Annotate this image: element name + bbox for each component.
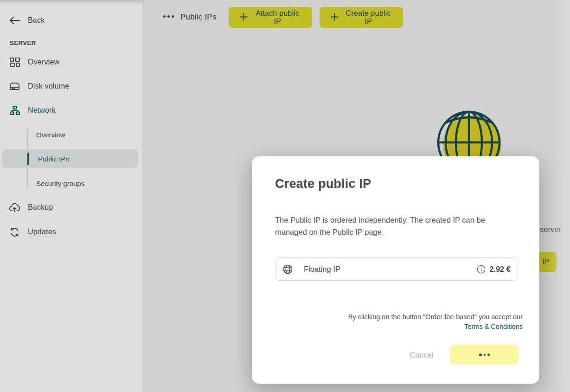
order-button-loading[interactable] <box>450 345 519 365</box>
ip-type-label: Floating IP <box>304 265 340 274</box>
dialog-title: Create public IP <box>275 177 371 191</box>
terms-link[interactable]: Terms & Conditions <box>464 322 523 331</box>
dialog-description: The Public IP is ordered independently. … <box>275 214 517 238</box>
legal-text: By clicking on the button "Order fee-bas… <box>300 312 523 331</box>
legal-sentence: By clicking on the button "Order fee-bas… <box>348 313 523 321</box>
info-icon[interactable] <box>477 265 486 274</box>
loading-dots <box>479 353 490 356</box>
create-public-ip-dialog: Create public IP The Public IP is ordere… <box>252 156 539 384</box>
ip-type-select[interactable]: Floating IP 2.92 € <box>275 257 518 281</box>
globe-icon <box>283 264 293 274</box>
app-window: Back SERVER Overview Disk volume Netw <box>0 0 570 392</box>
ip-type-price: 2.92 € <box>489 265 511 274</box>
cancel-button[interactable]: Cancel <box>403 347 440 363</box>
